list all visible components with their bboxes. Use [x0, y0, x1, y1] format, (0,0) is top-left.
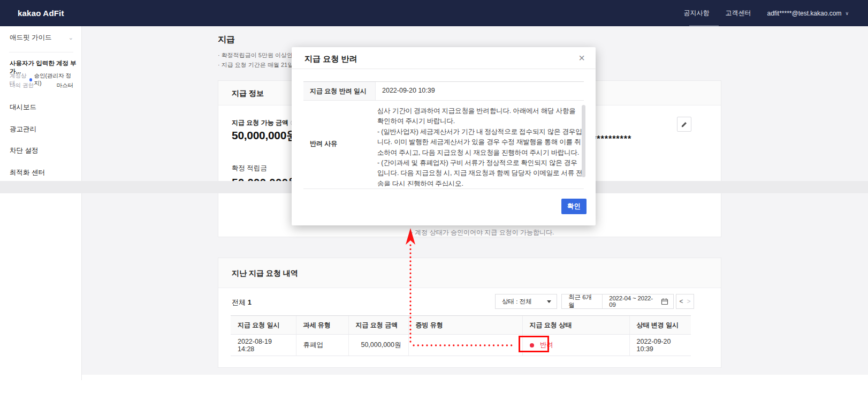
payment-info-card-title: 지급 정보	[232, 89, 264, 99]
arrowhead-up-icon	[406, 228, 415, 245]
caret-down-icon	[547, 300, 551, 303]
status-dot-icon	[29, 78, 32, 81]
reason-text: 심사 기간이 경과하여 지급요청을 반려합니다. 아래에서 해당 사항을 확인하…	[377, 106, 583, 186]
nav-support-link[interactable]: 고객센터	[725, 9, 751, 18]
date-range-filter[interactable]: 최근 6개월 2022-04 ~ 2022-09	[561, 294, 674, 309]
account-role-value: 마스터	[57, 82, 74, 89]
col-request-status: 지급 요청 상태	[522, 316, 629, 335]
cell-tax-type: 휴폐업	[296, 335, 348, 356]
adfit-payment-page: kakao AdFit 공지사항 고객센터 adfit*****@test.ka…	[0, 0, 868, 393]
top-navbar: kakao AdFit 공지사항 고객센터 adfit*****@test.ka…	[0, 0, 868, 26]
pencil-icon	[681, 121, 688, 128]
cell-status-changed-date: 2022-09-20 10:39	[629, 335, 691, 356]
date-range-value: 2022-04 ~ 2022-09	[603, 295, 661, 308]
account-menu[interactable]: adfit*****@test.kakao.com ∨	[767, 10, 849, 17]
sidebar-item-ad-management[interactable]: 광고관리	[10, 125, 36, 134]
col-tax-type: 과세 유형	[296, 316, 348, 335]
scrollbar-thumb[interactable]	[582, 105, 585, 177]
date-pager: < >	[676, 294, 694, 309]
masked-account-value: **********	[593, 134, 631, 144]
sidebar-item-block-settings[interactable]: 차단 설정	[10, 146, 38, 155]
navbar-underline-fragment	[689, 26, 719, 27]
nav-notice-link[interactable]: 공지사항	[683, 9, 709, 18]
highlight-rectangle	[519, 336, 549, 352]
account-role-row: 나의 권한 마스터	[10, 82, 73, 89]
modal-title: 지급 요청 반려	[304, 54, 357, 64]
cell-request-amount: 50,000,000원	[348, 335, 408, 356]
total-count: 전체 1	[232, 298, 252, 307]
col-status-changed-date: 상태 변경 일시	[629, 316, 691, 335]
available-amount-value: 50,000,000원	[232, 128, 298, 143]
pager-next-button[interactable]: >	[687, 298, 691, 305]
close-icon[interactable]: ×	[578, 51, 585, 64]
rejected-at-value: 2022-09-20 10:39	[382, 81, 435, 100]
chevron-down-icon: ∨	[845, 11, 849, 16]
confirm-button[interactable]: 확인	[561, 199, 587, 214]
total-count-number: 1	[248, 298, 252, 306]
pager-prev-button[interactable]: <	[679, 298, 683, 305]
sidebar-divider	[9, 52, 73, 52]
sidebar-guide-label: 애드핏 가이드	[10, 33, 51, 42]
available-amount-label: 지급 요청 가능 금액 ?	[232, 118, 298, 127]
sidebar-item-dashboard[interactable]: 대시보드	[10, 103, 36, 112]
account-email: adfit*****@test.kakao.com	[767, 10, 841, 17]
modal-title-divider	[292, 69, 596, 69]
chevron-down-icon: ⌄	[68, 34, 73, 41]
sidebar: 애드핏 가이드 ⌄ 사용자가 입력한 계정 부가... 계정상태 승인(관리자 …	[0, 26, 82, 380]
rejected-at-label: 지급 요청 반려 일시	[303, 82, 376, 100]
kakao-adfit-logo[interactable]: kakao AdFit	[18, 9, 64, 18]
confirmed-amount-label: 확정 적립금	[232, 164, 267, 173]
sidebar-item-optimization-center[interactable]: 최적화 센터	[10, 168, 45, 177]
page-title: 지급	[218, 34, 235, 46]
calendar-icon[interactable]	[661, 298, 668, 305]
col-request-amount: 지급 요청 금액	[348, 316, 408, 335]
col-request-date: 지급 요청 일시	[231, 316, 296, 335]
payment-history-card-title: 지난 지급 요청 내역	[232, 269, 298, 278]
cell-request-date: 2022-08-19 14:28	[231, 335, 296, 356]
sidebar-guide-dropdown[interactable]: 애드핏 가이드 ⌄	[10, 33, 73, 42]
account-role-label: 나의 권한	[10, 82, 34, 89]
reason-label: 반려 사유	[310, 139, 337, 148]
modal-row-divider	[303, 100, 584, 101]
date-range-preset[interactable]: 최근 6개월	[562, 293, 602, 309]
edit-button[interactable]	[677, 117, 691, 132]
modal-footer-divider	[303, 188, 584, 189]
annotation-arrow	[403, 226, 521, 349]
rejection-modal: 지급 요청 반려 × 지급 요청 반려 일시 2022-09-20 10:39 …	[292, 47, 596, 225]
navbar-right: 공지사항 고객센터 adfit*****@test.kakao.com ∨	[683, 9, 849, 18]
